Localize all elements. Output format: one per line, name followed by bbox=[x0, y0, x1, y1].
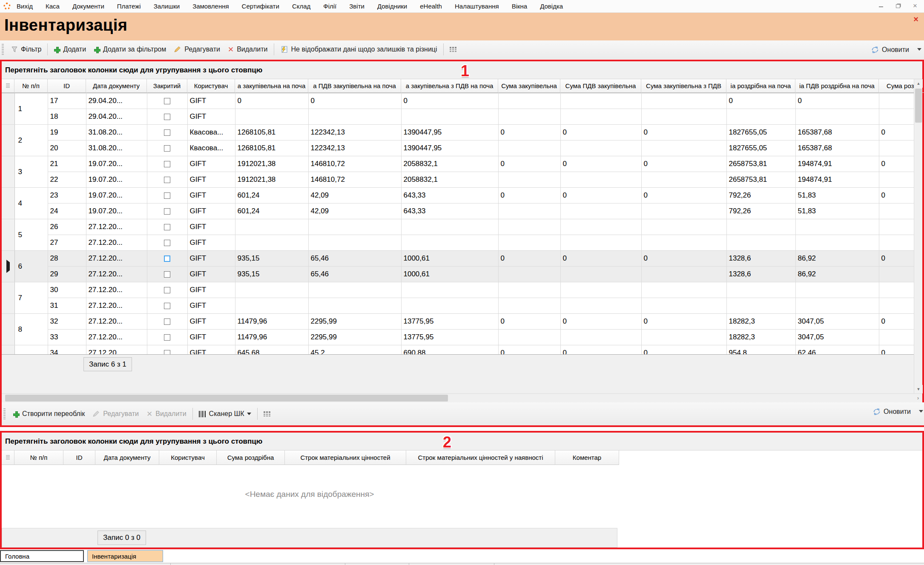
grid2-column-header-1[interactable]: № п/п bbox=[14, 450, 63, 465]
cell-value-5[interactable] bbox=[560, 109, 641, 125]
cell-user[interactable]: Квасова... bbox=[187, 141, 235, 156]
cell-value-5[interactable] bbox=[560, 219, 641, 235]
cell-user[interactable]: GIFT bbox=[187, 93, 235, 109]
cell-closed[interactable] bbox=[147, 330, 187, 345]
grid2-column-header-3[interactable]: Дата документу bbox=[95, 450, 159, 465]
grid1-column-header-3[interactable]: Дата документу bbox=[86, 79, 147, 93]
menu-item-13[interactable]: Налаштування bbox=[455, 3, 499, 10]
grid1-rows[interactable]: 11729.04.20...GIFT000001829.04.20...GIFT… bbox=[2, 93, 914, 354]
edit-button[interactable]: Редагувати bbox=[170, 43, 224, 55]
scroll-down-icon[interactable]: ▼ bbox=[914, 385, 923, 393]
cell-value-7[interactable]: 1328,6 bbox=[726, 251, 795, 267]
cell-id[interactable]: 34 bbox=[48, 345, 86, 355]
cell-id[interactable]: 27 bbox=[48, 235, 86, 251]
grid1-column-header-1[interactable]: № п/п bbox=[14, 79, 48, 93]
cell-value-5[interactable] bbox=[560, 93, 641, 109]
cell-user[interactable]: GIFT bbox=[187, 235, 235, 251]
cell-closed[interactable] bbox=[147, 251, 187, 267]
cell-value-7[interactable]: 18282,3 bbox=[726, 330, 795, 345]
cell-value-5[interactable] bbox=[560, 204, 641, 219]
cell-value-7[interactable]: 0 bbox=[726, 93, 795, 109]
cell-value-4[interactable]: 0 bbox=[498, 251, 560, 267]
cell-value-5[interactable]: 0 bbox=[560, 156, 641, 172]
cell-date[interactable]: 31.08.20... bbox=[86, 141, 147, 156]
cell-id[interactable]: 23 bbox=[48, 188, 86, 204]
cell-value-2[interactable]: 45,2 bbox=[308, 345, 401, 355]
cell-value-3[interactable]: 13775,95 bbox=[401, 330, 498, 345]
tab-holovna[interactable]: Головна bbox=[0, 550, 84, 562]
grid1-column-header-6[interactable]: а закупівельна на поча bbox=[235, 79, 308, 93]
cell-value-6[interactable]: 0 bbox=[641, 251, 726, 267]
closed-checkbox[interactable] bbox=[164, 287, 170, 293]
columns-button[interactable] bbox=[446, 45, 460, 54]
cell-value-3[interactable]: 2058832,1 bbox=[401, 156, 498, 172]
table-row[interactable]: 3427.12.20GIFT645,6845,2690,88000954,862… bbox=[2, 345, 914, 355]
cell-value-8[interactable] bbox=[795, 219, 879, 235]
cell-closed[interactable] bbox=[147, 125, 187, 141]
cell-value-1[interactable] bbox=[235, 235, 308, 251]
closed-checkbox[interactable] bbox=[164, 114, 170, 120]
closed-checkbox[interactable] bbox=[164, 350, 170, 355]
add-by-filter-button[interactable]: Додати за фільтром bbox=[90, 43, 170, 55]
cell-value-7[interactable] bbox=[726, 109, 795, 125]
table-row[interactable]: 73027.12.20...GIFT bbox=[2, 282, 914, 298]
cell-value-3[interactable]: 13775,95 bbox=[401, 314, 498, 330]
cell-user[interactable]: GIFT bbox=[187, 345, 235, 355]
cell-id[interactable]: 17 bbox=[48, 93, 86, 109]
cell-value-1[interactable]: 11479,96 bbox=[235, 330, 308, 345]
cell-user[interactable]: GIFT bbox=[187, 109, 235, 125]
closed-checkbox[interactable] bbox=[164, 303, 170, 309]
cell-value-2[interactable]: 146810,72 bbox=[308, 172, 401, 188]
cell-value-6[interactable] bbox=[641, 219, 726, 235]
cell-date[interactable]: 19.07.20... bbox=[86, 156, 147, 172]
cell-value-4[interactable]: 0 bbox=[498, 345, 560, 355]
table-row[interactable]: 11729.04.20...GIFT00000 bbox=[2, 93, 914, 109]
closed-checkbox[interactable] bbox=[164, 224, 170, 230]
cell-value-2[interactable]: 65,46 bbox=[308, 251, 401, 267]
cell-value-6[interactable] bbox=[641, 330, 726, 345]
cell-value-5[interactable] bbox=[560, 141, 641, 156]
cell-value-2[interactable]: 146810,72 bbox=[308, 156, 401, 172]
toolbar-grip[interactable] bbox=[2, 44, 4, 55]
cell-value-4[interactable] bbox=[498, 172, 560, 188]
cell-value-2[interactable] bbox=[308, 235, 401, 251]
cell-value-9[interactable] bbox=[879, 204, 914, 219]
cell-value-1[interactable]: 0 bbox=[235, 93, 308, 109]
cell-value-6[interactable]: 0 bbox=[641, 314, 726, 330]
cell-value-6[interactable] bbox=[641, 204, 726, 219]
table-row[interactable]: 2031.08.20...Квасова...1268105,81122342,… bbox=[2, 141, 914, 156]
group-number-cell[interactable]: 3 bbox=[14, 156, 48, 188]
cell-value-1[interactable]: 11479,96 bbox=[235, 314, 308, 330]
cell-user[interactable]: GIFT bbox=[187, 314, 235, 330]
cell-value-3[interactable]: 1000,61 bbox=[401, 267, 498, 282]
cell-value-1[interactable]: 645,68 bbox=[235, 345, 308, 355]
cell-value-8[interactable]: 165387,68 bbox=[795, 125, 879, 141]
vertical-scroll-thumb[interactable] bbox=[915, 89, 922, 123]
cell-closed[interactable] bbox=[147, 282, 187, 298]
grid2-column-header-5[interactable]: Сума роздрібна bbox=[217, 450, 285, 465]
closed-checkbox[interactable] bbox=[164, 334, 170, 341]
closed-checkbox[interactable] bbox=[164, 271, 170, 278]
cell-value-5[interactable] bbox=[560, 298, 641, 314]
cell-value-8[interactable] bbox=[795, 298, 879, 314]
closed-checkbox[interactable] bbox=[164, 145, 170, 152]
grid1-column-header-8[interactable]: а закупівельна з ПДВ на поча bbox=[401, 79, 498, 93]
cell-value-2[interactable]: 65,46 bbox=[308, 267, 401, 282]
cell-closed[interactable] bbox=[147, 172, 187, 188]
menu-item-15[interactable]: Довідка bbox=[540, 3, 563, 10]
cell-value-4[interactable] bbox=[498, 267, 560, 282]
closed-checkbox[interactable] bbox=[164, 318, 170, 325]
cell-date[interactable]: 27.12.20... bbox=[86, 282, 147, 298]
grid1-column-header-10[interactable]: Сума ПДВ закупівельна bbox=[560, 79, 641, 93]
cell-closed[interactable] bbox=[147, 188, 187, 204]
grid2-column-header-8[interactable]: Коментар bbox=[555, 450, 619, 465]
cell-date[interactable]: 29.04.20... bbox=[86, 93, 147, 109]
grid1-corner-grip[interactable] bbox=[2, 79, 14, 93]
closed-checkbox[interactable] bbox=[164, 208, 170, 215]
menu-item-2[interactable]: Каса bbox=[46, 3, 60, 10]
grid1-column-header-5[interactable]: Користувач bbox=[187, 79, 235, 93]
table-row[interactable]: 2219.07.20...GIFT1912021,38146810,722058… bbox=[2, 172, 914, 188]
cell-date[interactable]: 27.12.20 bbox=[86, 345, 147, 355]
table-row[interactable]: 83227.12.20...GIFT11479,962295,9913775,9… bbox=[2, 314, 914, 330]
cell-value-1[interactable]: 1268105,81 bbox=[235, 125, 308, 141]
